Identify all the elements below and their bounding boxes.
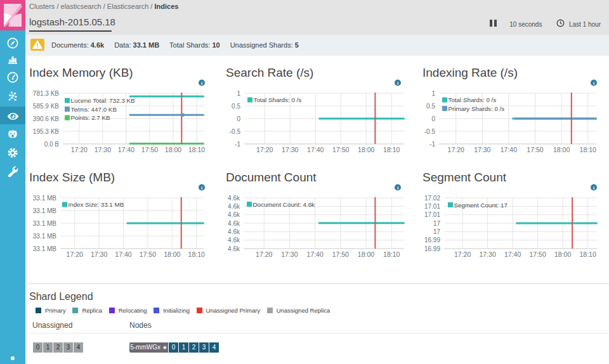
- svg-text:17.02: 17.02: [424, 195, 440, 202]
- svg-text:4.6k: 4.6k: [228, 220, 240, 227]
- svg-text:i: i: [593, 185, 594, 191]
- svg-text:17:20: 17:20: [256, 146, 273, 153]
- svg-text:1: 1: [431, 90, 435, 97]
- svg-text:4.6k: 4.6k: [228, 203, 240, 210]
- svg-text:17:40: 17:40: [306, 250, 323, 258]
- svg-text:Document Count: 4.6k: Document Count: 4.6k: [253, 201, 315, 208]
- svg-text:17:20: 17:20: [67, 250, 83, 258]
- svg-text:17:50: 17:50: [141, 146, 158, 153]
- svg-text:17.01: 17.01: [424, 211, 440, 218]
- svg-text:18:00: 18:00: [358, 250, 374, 258]
- svg-text:4.6k: 4.6k: [228, 245, 240, 252]
- svg-text:0.0 B: 0.0 B: [44, 141, 60, 148]
- svg-text:17: 17: [433, 220, 441, 227]
- svg-text:18:10: 18:10: [188, 250, 205, 258]
- svg-text:18:00: 18:00: [164, 250, 180, 258]
- svg-text:17:40: 17:40: [118, 146, 134, 153]
- svg-text:0.5: 0.5: [426, 103, 435, 110]
- svg-text:i: i: [201, 81, 202, 86]
- svg-text:i: i: [201, 185, 202, 191]
- svg-text:17:40: 17:40: [115, 250, 131, 258]
- svg-text:18:10: 18:10: [188, 146, 205, 153]
- svg-text:18:10: 18:10: [383, 146, 400, 153]
- svg-text:16.99: 16.99: [424, 245, 440, 252]
- svg-text:18:00: 18:00: [358, 146, 374, 153]
- svg-text:17:50: 17:50: [140, 250, 156, 258]
- svg-text:Lucene Total: 732.3 KB: Lucene Total: 732.3 KB: [71, 97, 136, 104]
- svg-text:17:20: 17:20: [454, 250, 471, 258]
- svg-text:Index Size: 33.1 MB: Index Size: 33.1 MB: [69, 201, 124, 208]
- svg-text:17:20: 17:20: [71, 146, 88, 153]
- svg-text:33.1 MB: 33.1 MB: [33, 220, 57, 227]
- svg-text:33.1 MB: 33.1 MB: [33, 195, 57, 202]
- svg-text:18:00: 18:00: [554, 250, 571, 258]
- svg-text:781.3 KB: 781.3 KB: [33, 90, 59, 97]
- svg-text:17: 17: [433, 228, 441, 235]
- svg-text:0: 0: [237, 115, 240, 122]
- svg-text:Terms: 447.0 KB: Terms: 447.0 KB: [71, 106, 117, 113]
- svg-text:18:10: 18:10: [383, 250, 400, 258]
- svg-text:17:30: 17:30: [479, 250, 495, 258]
- svg-text:17:40: 17:40: [504, 250, 521, 258]
- svg-text:17.01: 17.01: [424, 203, 440, 210]
- svg-text:17:20: 17:20: [448, 146, 464, 153]
- svg-text:390.6 KB: 390.6 KB: [33, 115, 59, 122]
- svg-text:17:50: 17:50: [332, 146, 349, 153]
- svg-text:18:10: 18:10: [580, 146, 596, 153]
- svg-text:Points: 2.7 KB: Points: 2.7 KB: [71, 114, 111, 121]
- svg-text:1: 1: [237, 90, 240, 97]
- svg-text:17:40: 17:40: [307, 146, 324, 153]
- svg-text:4.6k: 4.6k: [228, 228, 240, 235]
- svg-text:0.5: 0.5: [232, 103, 240, 110]
- svg-text:4.6k: 4.6k: [228, 211, 240, 218]
- svg-text:17:20: 17:20: [256, 250, 272, 258]
- svg-text:17:50: 17:50: [332, 250, 349, 258]
- svg-text:17:50: 17:50: [527, 146, 543, 153]
- svg-text:-1: -1: [235, 141, 240, 148]
- svg-text:i: i: [397, 185, 398, 191]
- svg-text:33.1 MB: 33.1 MB: [33, 207, 57, 214]
- svg-text:33.1 MB: 33.1 MB: [33, 245, 57, 252]
- svg-text:17:50: 17:50: [529, 250, 546, 258]
- svg-text:16.99: 16.99: [424, 237, 440, 244]
- svg-text:17:40: 17:40: [501, 146, 517, 153]
- svg-text:17:30: 17:30: [281, 250, 298, 258]
- svg-text:-0.5: -0.5: [230, 128, 241, 135]
- svg-text:18:10: 18:10: [579, 250, 596, 258]
- svg-text:Total Shards: 0 /s: Total Shards: 0 /s: [254, 96, 302, 103]
- svg-text:17:30: 17:30: [91, 250, 107, 258]
- svg-text:-0.5: -0.5: [424, 128, 436, 135]
- svg-text:33.1 MB: 33.1 MB: [33, 233, 57, 240]
- svg-text:18:00: 18:00: [165, 146, 181, 153]
- svg-text:4.6k: 4.6k: [228, 237, 240, 244]
- svg-text:585.9 KB: 585.9 KB: [33, 103, 59, 110]
- svg-text:18:00: 18:00: [553, 146, 570, 153]
- svg-text:-1: -1: [429, 141, 435, 148]
- svg-text:0: 0: [431, 115, 435, 122]
- svg-text:195.3 KB: 195.3 KB: [33, 128, 59, 135]
- svg-text:Primary Shards: 0 /s: Primary Shards: 0 /s: [449, 105, 505, 112]
- svg-text:17:30: 17:30: [474, 146, 490, 153]
- svg-text:Total Shards: 0 /s: Total Shards: 0 /s: [449, 96, 497, 103]
- svg-text:4.6k: 4.6k: [228, 195, 240, 202]
- svg-text:Segment Count: 17: Segment Count: 17: [454, 202, 508, 209]
- svg-text:17:30: 17:30: [95, 146, 111, 153]
- svg-text:i: i: [397, 81, 398, 86]
- svg-text:i: i: [593, 81, 594, 86]
- svg-text:17:30: 17:30: [282, 146, 298, 153]
